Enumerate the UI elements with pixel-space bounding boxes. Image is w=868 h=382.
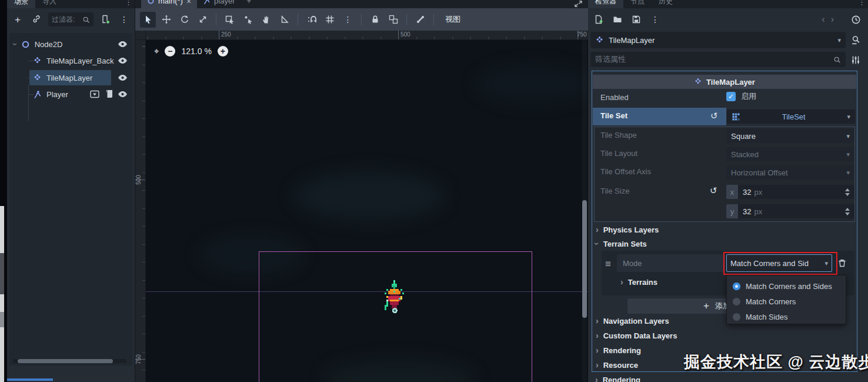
tile-layout-dropdown[interactable]: Stacked ▾ [726,147,854,161]
delete-terrain-set-button[interactable] [837,258,847,268]
instance-options-button[interactable] [90,90,99,98]
close-tab-icon[interactable]: × [186,0,191,6]
zoom-in-button[interactable]: + [218,46,228,57]
scene-tab-main[interactable]: main(*) × [141,0,197,8]
scene-filter-input[interactable]: 过滤器: [48,12,94,26]
snap-options-button[interactable]: ⋮ [340,12,356,28]
section-rendering-canvasitem[interactable]: › Rendering [595,375,640,382]
visibility-toggle[interactable] [118,74,128,82]
visibility-toggle[interactable] [118,57,128,65]
section-physics-layers[interactable]: › Physics Layers [596,225,659,234]
scene-tab-player[interactable]: player [197,0,241,8]
dropdown-option-match-corners[interactable]: Match Corners [727,294,846,309]
tile-size-x-field[interactable]: 32 px [738,185,854,199]
inspector-dock-menu-icon[interactable]: ⋮ [858,0,866,6]
scene-tree-menu-button[interactable]: ⋮ [117,12,131,26]
section-navigation-layers[interactable]: › Navigation Layers [596,316,669,325]
tree-row-tilemaplayer-back[interactable]: TileMapLayer_Back [9,52,132,69]
chevron-down-icon: ▾ [846,132,850,140]
history-forward-button[interactable]: › [831,14,834,25]
tileset-resource-name: TileSet [740,112,847,121]
group-selected-button[interactable] [385,12,401,28]
tree-row-node2d[interactable]: › Node2D [9,36,132,52]
tab-node[interactable]: 节点 [623,0,652,8]
chevron-right-icon: › [596,316,599,325]
section-custom-data-layers[interactable]: › Custom Data Layers [596,331,677,340]
zoom-out-button[interactable]: − [165,46,175,57]
load-resource-button[interactable] [610,12,625,26]
save-resource-button[interactable] [629,12,643,26]
dropdown-option-match-corners-and-sides[interactable]: Match Corners and Sides [727,278,846,294]
revert-icon[interactable]: ↺ [710,111,718,121]
terrain-mode-dropdown[interactable]: Match Corners and Sid ▾ [726,254,832,272]
property-row-tile-set[interactable]: Tile Set ↺ TileSet ▾ [593,108,856,125]
spinner-icon[interactable] [845,208,850,215]
section-rendering[interactable]: › Rendering [596,346,641,355]
scale-tool-button[interactable] [195,12,211,28]
select-list-tool-button[interactable] [222,12,238,28]
ruler-tool-button[interactable] [276,12,292,28]
tab-inspector[interactable]: 检查器 [588,0,623,8]
viewport-vertical-scrollbar[interactable] [582,40,587,382]
watermark: 掘金技术社区 @ 云边散步 [684,351,868,373]
inspector-filter-input[interactable]: 筛选属性 [590,52,846,67]
open-script-button[interactable] [106,89,113,98]
instance-scene-button[interactable] [29,12,44,26]
tile-offset-axis-dropdown[interactable]: Horizontal Offset ▾ [726,165,854,180]
spinner-icon[interactable] [845,188,850,196]
property-label-enabled: Enabled [600,93,629,102]
resource-menu-button[interactable]: ⋮ [648,12,662,26]
skeleton-options-button[interactable] [412,12,428,28]
tree-label: Player [46,90,68,99]
section-terrain-sets[interactable]: › Terrain Sets [596,239,647,248]
tab-import[interactable]: 导入 [35,0,64,8]
new-resource-button[interactable] [592,12,606,26]
enabled-checkbox[interactable]: ✓ [726,92,736,101]
tree-row-player[interactable]: Player [9,86,132,102]
object-history-button[interactable] [848,12,863,27]
visibility-toggle[interactable] [118,40,128,48]
ruler-icon [280,15,289,24]
viewport-canvas[interactable]: ⌖ − 121.0 % + [146,40,588,382]
tab-history[interactable]: 历史 [652,0,680,8]
view-menu-button[interactable]: 视图 [439,12,466,26]
ruler-label: 500 [135,175,142,185]
move-tool-button[interactable] [158,12,174,28]
section-label: Terrains [628,278,657,287]
scrollbar-thumb[interactable] [18,359,113,363]
tile-size-y-field[interactable]: 32 px [738,204,854,218]
attach-script-button[interactable] [98,12,112,26]
tileset-resource-picker[interactable]: TileSet ▾ [727,109,855,124]
visibility-toggle[interactable] [118,90,128,98]
collapse-icon[interactable]: › [11,43,20,46]
zoom-percent[interactable]: 121.0 % [181,46,211,56]
section-resource[interactable]: › Resource [596,360,638,370]
lock-selected-button[interactable] [367,12,383,28]
revert-icon[interactable]: ↺ [710,185,717,196]
dropdown-option-match-sides[interactable]: Match Sides [727,309,846,324]
tree-row-tilemaplayer[interactable]: TileMapLayer [9,69,132,86]
scene-dock-menu-icon[interactable]: ⋮ [125,0,132,6]
property-tools-button[interactable] [848,52,863,68]
tab-scene[interactable]: 场景 [7,0,35,8]
rotate-tool-button[interactable] [176,12,192,28]
scrollbar-thumb[interactable] [582,200,587,318]
smart-snap-button[interactable] [303,12,319,28]
drag-handle-icon[interactable]: ≡ [605,258,611,270]
add-node-button[interactable]: + [11,12,25,26]
section-terrains[interactable]: › Terrains [620,277,657,287]
pan-tool-button[interactable] [258,12,274,28]
open-docs-button[interactable] [848,32,863,48]
center-view-icon[interactable]: ⌖ [154,46,159,57]
grid-snap-button[interactable] [322,12,338,28]
select-tool-button[interactable] [140,12,156,28]
tile-shape-dropdown[interactable]: Square ▾ [726,129,854,143]
tree-horizontal-scrollbar[interactable] [13,359,126,363]
move-pivot-tool-button[interactable] [240,12,256,28]
history-back-button[interactable]: ‹ [822,14,824,25]
player-node-icon [33,90,42,99]
distraction-free-toggle[interactable] [575,1,582,7]
node-selector-dropdown[interactable]: TileMapLayer ▾ [590,32,846,48]
dots-icon: ⋮ [344,15,352,24]
new-scene-tab-button[interactable]: + [241,0,258,8]
